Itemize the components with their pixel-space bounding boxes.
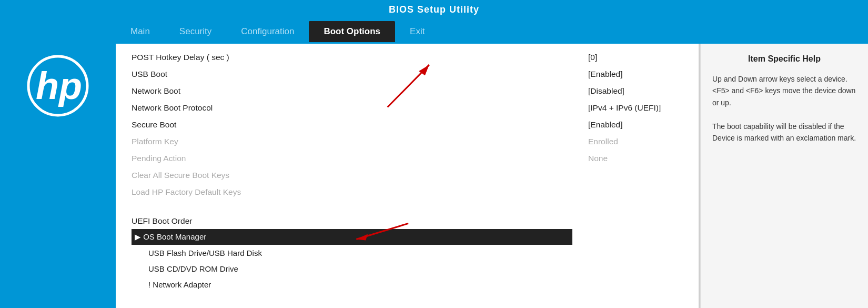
setting-row-post[interactable]: POST Hotkey Delay ( sec ) (132, 49, 572, 66)
setting-row-secure-boot[interactable]: Secure Boot (132, 116, 572, 133)
setting-label-platform-key: Platform Key (132, 137, 178, 146)
boot-item-usb-flash[interactable]: USB Flash Drive/USB Hard Disk (132, 245, 572, 261)
value-row-network-boot-protocol: [IPv4 + IPv6 (UEFI)] (588, 100, 688, 116)
bios-main: hp POST Hotkey Delay ( sec ) USB Boot (0, 44, 868, 308)
settings-panel: POST Hotkey Delay ( sec ) USB Boot Netwo… (116, 44, 700, 308)
value-row-post: [0] (588, 49, 688, 66)
svg-text:hp: hp (36, 65, 82, 107)
settings-col-left: POST Hotkey Delay ( sec ) USB Boot Netwo… (132, 49, 583, 292)
setting-label-pending-action: Pending Action (132, 154, 186, 163)
main-inner: POST Hotkey Delay ( sec ) USB Boot Netwo… (116, 44, 868, 308)
setting-row-usb-boot[interactable]: USB Boot (132, 66, 572, 83)
uefi-label: UEFI Boot Order (132, 213, 572, 229)
setting-label-usb-boot: USB Boot (132, 69, 167, 79)
setting-label-post: POST Hotkey Delay ( sec ) (132, 53, 229, 62)
setting-label-network-boot-protocol: Network Boot Protocol (132, 103, 213, 113)
setting-label-secure-boot: Secure Boot (132, 120, 176, 130)
setting-row-network-boot[interactable]: Network Boot (132, 83, 572, 100)
setting-value-platform-key: Enrolled (588, 137, 618, 146)
menu-item-main[interactable]: Main (116, 21, 165, 42)
setting-value-pending-action: None (588, 154, 608, 163)
setting-value-post: [0] (588, 53, 597, 62)
uefi-section: UEFI Boot Order ▶ OS Boot Manager USB Fl… (132, 213, 572, 292)
setting-row-pending-action: Pending Action (132, 150, 572, 167)
hp-logo: hp (26, 54, 89, 117)
help-panel: Item Specific Help Up and Down arrow key… (700, 44, 868, 308)
value-row-pending-action: None (588, 150, 688, 167)
title-bar: BIOS Setup Utility (0, 0, 868, 19)
value-row-secure-boot: [Enabled] (588, 116, 688, 133)
boot-item-network-adapter[interactable]: ! Network Adapter (132, 276, 572, 292)
setting-row-network-boot-protocol[interactable]: Network Boot Protocol (132, 100, 572, 116)
menu-item-security[interactable]: Security (165, 21, 226, 42)
bios-title: BIOS Setup Utility (389, 4, 479, 15)
setting-row-clear-keys: Clear All Secure Boot Keys (132, 167, 572, 184)
setting-value-usb-boot: [Enabled] (588, 69, 623, 79)
boot-item-usb-cd[interactable]: USB CD/DVD ROM Drive (132, 261, 572, 276)
setting-value-network-boot-protocol: [IPv4 + IPv6 (UEFI)] (588, 103, 661, 113)
setting-value-network-boot: [Disabled] (588, 86, 624, 96)
help-text: Up and Down arrow keys select a device. … (712, 73, 856, 144)
value-row-usb-boot: [Enabled] (588, 66, 688, 83)
setting-label-network-boot: Network Boot (132, 86, 180, 96)
menu-item-boot-options[interactable]: Boot Options (309, 21, 395, 42)
section-gap (132, 201, 572, 211)
menu-bar: Main Security Configuration Boot Options… (0, 19, 868, 44)
setting-label-clear-keys: Clear All Secure Boot Keys (132, 171, 229, 180)
value-row-platform-key: Enrolled (588, 133, 688, 150)
setting-label-load-default: Load HP Factory Default Keys (132, 187, 241, 197)
setting-value-secure-boot: [Enabled] (588, 120, 623, 130)
settings-table: POST Hotkey Delay ( sec ) USB Boot Netwo… (132, 49, 688, 292)
menu-item-exit[interactable]: Exit (395, 21, 439, 42)
settings-col-right: [0] [Enabled] [Disabled] [IPv4 + IPv6 (U… (583, 49, 688, 292)
help-title: Item Specific Help (712, 54, 856, 64)
value-row-network-boot: [Disabled] (588, 83, 688, 100)
setting-row-load-default: Load HP Factory Default Keys (132, 184, 572, 201)
logo-panel: hp (0, 44, 116, 308)
boot-item-os-manager[interactable]: ▶ OS Boot Manager (132, 229, 572, 245)
setting-row-platform-key: Platform Key (132, 133, 572, 150)
menu-item-configuration[interactable]: Configuration (226, 21, 309, 42)
